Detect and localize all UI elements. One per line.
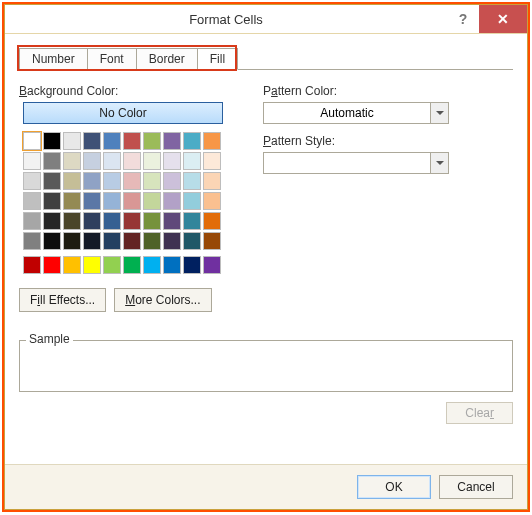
pattern-style-dropdown[interactable]	[263, 152, 449, 174]
color-swatch[interactable]	[43, 132, 61, 150]
ok-button[interactable]: OK	[357, 475, 431, 499]
color-swatch[interactable]	[203, 152, 221, 170]
color-swatch[interactable]	[203, 232, 221, 250]
tab-border[interactable]: Border	[136, 48, 198, 70]
color-swatch[interactable]	[83, 172, 101, 190]
color-palette-standard	[23, 256, 223, 274]
pattern-color-label: Pattern Color:	[263, 84, 507, 98]
color-swatch[interactable]	[83, 132, 101, 150]
color-swatch[interactable]	[163, 192, 181, 210]
color-swatch[interactable]	[123, 192, 141, 210]
color-swatch[interactable]	[183, 256, 201, 274]
color-swatch[interactable]	[123, 212, 141, 230]
palette-buttons-row: Fill Effects... More Colors...	[19, 288, 239, 312]
color-swatch[interactable]	[203, 172, 221, 190]
color-swatch[interactable]	[63, 212, 81, 230]
color-swatch[interactable]	[63, 132, 81, 150]
color-swatch[interactable]	[143, 212, 161, 230]
color-swatch[interactable]	[123, 172, 141, 190]
color-swatch[interactable]	[163, 152, 181, 170]
color-swatch[interactable]	[123, 256, 141, 274]
color-swatch[interactable]	[43, 152, 61, 170]
color-swatch[interactable]	[43, 192, 61, 210]
color-swatch[interactable]	[103, 132, 121, 150]
color-swatch[interactable]	[123, 232, 141, 250]
color-swatch[interactable]	[43, 256, 61, 274]
color-swatch[interactable]	[103, 232, 121, 250]
close-button[interactable]: ✕	[479, 5, 527, 33]
color-swatch[interactable]	[63, 192, 81, 210]
color-swatch[interactable]	[143, 192, 161, 210]
color-swatch[interactable]	[183, 212, 201, 230]
color-swatch[interactable]	[103, 152, 121, 170]
color-swatch[interactable]	[83, 232, 101, 250]
color-swatch[interactable]	[23, 132, 41, 150]
color-swatch[interactable]	[83, 256, 101, 274]
fill-effects-button[interactable]: Fill Effects...	[19, 288, 106, 312]
sample-area: Sample	[19, 332, 513, 392]
color-swatch[interactable]	[163, 232, 181, 250]
color-swatch[interactable]	[43, 172, 61, 190]
tab-fill[interactable]: Fill	[197, 48, 238, 70]
color-swatch[interactable]	[103, 212, 121, 230]
color-swatch[interactable]	[83, 192, 101, 210]
color-swatch[interactable]	[63, 256, 81, 274]
tab-row: Number Font Border Fill	[19, 48, 237, 70]
color-swatch[interactable]	[123, 132, 141, 150]
color-swatch[interactable]	[23, 172, 41, 190]
cancel-button[interactable]: Cancel	[439, 475, 513, 499]
color-swatch[interactable]	[103, 256, 121, 274]
color-swatch[interactable]	[23, 192, 41, 210]
help-button[interactable]: ?	[447, 5, 479, 33]
color-swatch[interactable]	[183, 172, 201, 190]
pattern-color-dropdown[interactable]: Automatic	[263, 102, 449, 124]
color-swatch[interactable]	[143, 232, 161, 250]
palette-row	[23, 256, 223, 274]
color-swatch[interactable]	[163, 172, 181, 190]
color-palette-main	[23, 132, 223, 250]
color-swatch[interactable]	[203, 192, 221, 210]
chevron-down-icon	[430, 103, 448, 123]
color-swatch[interactable]	[83, 212, 101, 230]
color-swatch[interactable]	[23, 212, 41, 230]
color-swatch[interactable]	[43, 232, 61, 250]
color-swatch[interactable]	[123, 152, 141, 170]
tab-number[interactable]: Number	[19, 48, 88, 70]
color-swatch[interactable]	[23, 232, 41, 250]
color-swatch[interactable]	[43, 212, 61, 230]
color-swatch[interactable]	[183, 232, 201, 250]
color-swatch[interactable]	[143, 172, 161, 190]
palette-row	[23, 192, 223, 210]
color-swatch[interactable]	[143, 132, 161, 150]
color-swatch[interactable]	[103, 172, 121, 190]
color-swatch[interactable]	[183, 192, 201, 210]
color-swatch[interactable]	[183, 132, 201, 150]
color-swatch[interactable]	[163, 212, 181, 230]
pattern-color-value: Automatic	[264, 103, 430, 123]
dialog-body: Number Font Border Fill Background Color…	[5, 34, 527, 464]
background-color-label: Background Color:	[19, 84, 239, 98]
right-column: Pattern Color: Automatic Pattern Style:	[263, 84, 513, 312]
color-swatch[interactable]	[23, 152, 41, 170]
color-swatch[interactable]	[103, 192, 121, 210]
color-swatch[interactable]	[203, 256, 221, 274]
palette-row	[23, 152, 223, 170]
clear-row: Clear	[19, 402, 513, 424]
more-colors-button[interactable]: More Colors...	[114, 288, 211, 312]
color-swatch[interactable]	[203, 212, 221, 230]
color-swatch[interactable]	[203, 132, 221, 150]
color-swatch[interactable]	[63, 232, 81, 250]
color-swatch[interactable]	[163, 256, 181, 274]
no-color-button[interactable]: No Color	[23, 102, 223, 124]
palette-row	[23, 232, 223, 250]
color-swatch[interactable]	[63, 152, 81, 170]
color-swatch[interactable]	[183, 152, 201, 170]
color-swatch[interactable]	[143, 256, 161, 274]
format-cells-dialog: Format Cells ? ✕ Number Font Border Fill	[4, 4, 528, 510]
color-swatch[interactable]	[83, 152, 101, 170]
color-swatch[interactable]	[163, 132, 181, 150]
color-swatch[interactable]	[63, 172, 81, 190]
tab-font[interactable]: Font	[87, 48, 137, 70]
color-swatch[interactable]	[143, 152, 161, 170]
color-swatch[interactable]	[23, 256, 41, 274]
